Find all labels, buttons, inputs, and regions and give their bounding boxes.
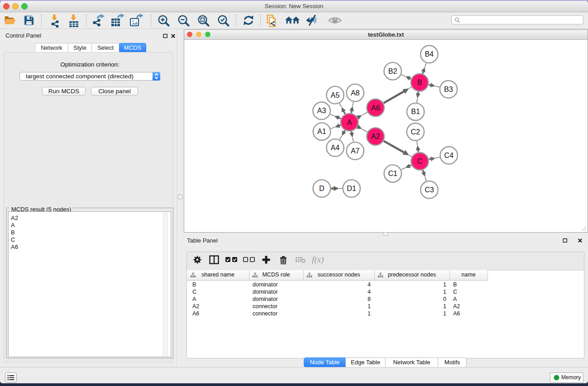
svg-text:B1: B1 [411,108,420,115]
svg-text:C4: C4 [444,152,454,159]
svg-text:A4: A4 [331,144,340,152]
svg-text:A: A [347,119,352,126]
svg-text:A7: A7 [351,147,360,155]
svg-text:C3: C3 [425,186,434,194]
svg-text:D: D [319,185,325,192]
svg-text:C: C [417,157,423,165]
svg-text:B4: B4 [425,50,434,58]
svg-text:C2: C2 [411,128,421,136]
svg-text:A3: A3 [317,107,326,114]
svg-text:B: B [417,79,422,86]
svg-text:C1: C1 [388,170,397,177]
svg-text:B3: B3 [444,86,453,93]
svg-text:D1: D1 [347,185,356,192]
svg-text:B2: B2 [388,67,397,75]
svg-text:A5: A5 [331,91,340,99]
svg-text:A6: A6 [371,104,380,112]
svg-text:A8: A8 [351,89,360,97]
svg-text:A1: A1 [317,128,326,135]
svg-text:A2: A2 [371,133,380,140]
